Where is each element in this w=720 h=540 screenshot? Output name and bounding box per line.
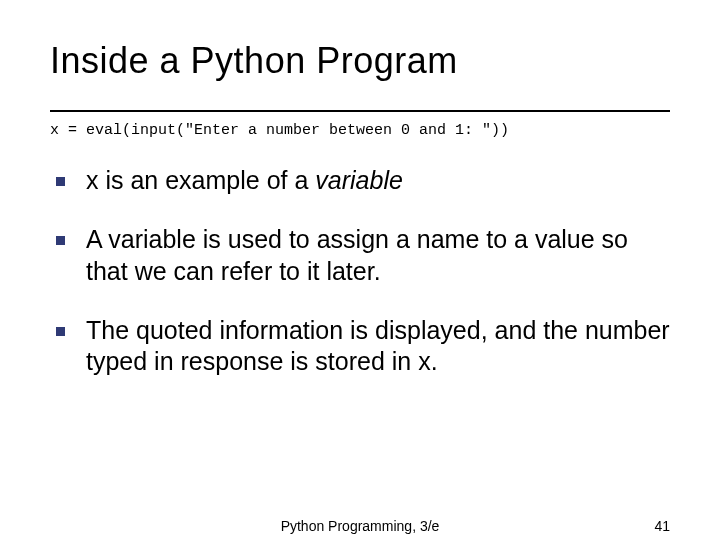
bullet-text-em: variable xyxy=(315,166,403,194)
slide: Inside a Python Program x = eval(input("… xyxy=(0,0,720,540)
slide-title-block: Inside a Python Program xyxy=(50,40,670,112)
title-underline xyxy=(50,110,670,112)
bullet-item: x is an example of a variable xyxy=(50,165,670,196)
bullet-square-icon xyxy=(56,177,65,186)
bullet-item: A variable is used to assign a name to a… xyxy=(50,224,670,287)
bullet-text-pre: The quoted information is displayed, and… xyxy=(86,316,670,375)
bullet-list: x is an example of a variable A variable… xyxy=(50,165,670,377)
code-line: x = eval(input("Enter a number between 0… xyxy=(50,122,670,139)
bullet-item: The quoted information is displayed, and… xyxy=(50,315,670,378)
slide-title: Inside a Python Program xyxy=(50,40,670,82)
bullet-text-pre: A variable is used to assign a name to a… xyxy=(86,225,628,284)
bullet-square-icon xyxy=(56,327,65,336)
page-number: 41 xyxy=(654,518,670,534)
bullet-text-pre: x is an example of a xyxy=(86,166,315,194)
footer-text: Python Programming, 3/e xyxy=(281,518,440,534)
bullet-square-icon xyxy=(56,236,65,245)
